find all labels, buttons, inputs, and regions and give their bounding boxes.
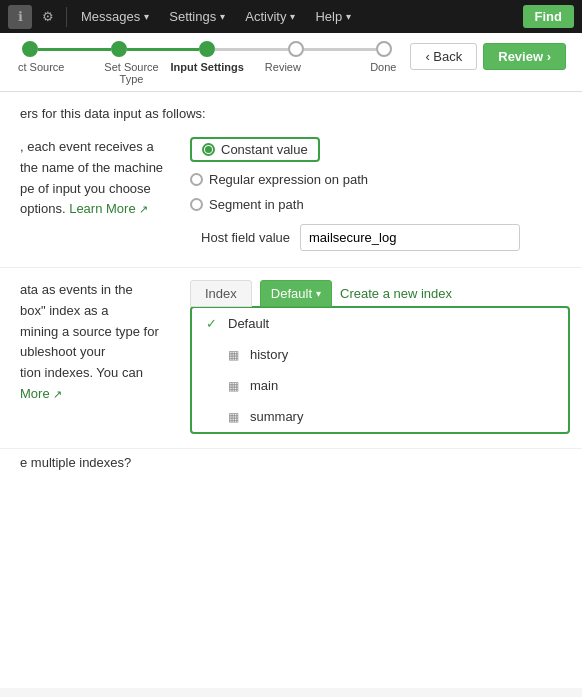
step-2-label: Set Source Type [94,61,170,85]
index-tab[interactable]: Index [190,280,252,307]
check-icon: ✓ [206,316,220,331]
index-section: ata as events in the box" index as a min… [0,268,582,448]
host-description: , each event receives a the name of the … [20,137,163,220]
index-dropdown: ✓ Default ✓ ▦ history ✓ ▦ main [190,306,570,434]
section-description: ers for this data input as follows: [0,92,582,129]
line-4 [304,48,377,51]
index-tabs-row: Index Default ▾ Create a new index [190,280,562,307]
wizard-steps: ct Source Set Source Type Input Settings… [16,41,398,85]
help-menu[interactable]: Help ▾ [307,5,359,28]
step-1-dot [22,41,38,57]
summary-item-label: summary [250,409,303,424]
wizard-actions: ‹ Back Review › [410,43,566,70]
activity-menu[interactable]: Activity ▾ [237,5,303,28]
step-5-label: Done [321,61,397,85]
bottom-section: e multiple indexes? [0,448,582,482]
radio-regex[interactable]: Regular expression on path [190,172,562,187]
index-description: ata as events in the box" index as a min… [20,280,159,405]
topnav: ℹ ⚙ Messages ▾ Settings ▾ Activity ▾ Hel… [0,0,582,33]
steps-row [16,41,398,57]
host-section: , each event receives a the name of the … [0,129,582,267]
constant-value-label: Constant value [221,142,308,157]
default-item-label: Default [228,316,269,331]
step-2-dot [111,41,127,57]
host-options: Constant value Regular expression on pat… [190,137,562,251]
radio-regex-circle [190,173,203,186]
find-button[interactable]: Find [523,5,574,28]
host-field-label: Host field value [190,230,290,245]
main-content: ers for this data input as follows: , ea… [0,92,582,688]
back-button[interactable]: ‹ Back [410,43,477,70]
config-icon[interactable]: ⚙ [36,5,60,29]
wizard-bar: ct Source Set Source Type Input Settings… [0,33,582,92]
step-1-label: ct Source [18,61,94,85]
section-desc-text: ers for this data input as follows: [20,106,206,121]
history-item-label: history [250,347,288,362]
step-3-label: Input Settings [169,61,245,85]
default-tab[interactable]: Default ▾ [260,280,332,307]
radio-constant-value-circle [202,143,215,156]
empty-check-2: ✓ [206,378,220,393]
dropdown-item-default[interactable]: ✓ Default [192,308,568,339]
messages-menu[interactable]: Messages ▾ [73,5,157,28]
segment-label: Segment in path [209,197,304,212]
radio-constant-value[interactable]: Constant value [190,137,562,162]
step-3-dot [199,41,215,57]
host-field-input[interactable] [300,224,520,251]
radio-segment-circle [190,198,203,211]
regex-label: Regular expression on path [209,172,368,187]
host-radio-group: Constant value Regular expression on pat… [190,137,562,212]
db-icon-summary: ▦ [228,410,242,424]
step-4-label: Review [245,61,321,85]
index-right: Index Default ▾ Create a new index ✓ Def… [190,280,562,434]
bottom-text: e multiple indexes? [20,455,131,470]
radio-segment[interactable]: Segment in path [190,197,562,212]
steps-labels: ct Source Set Source Type Input Settings… [16,61,398,85]
main-item-label: main [250,378,278,393]
dropdown-item-history[interactable]: ✓ ▦ history [192,339,568,370]
host-field-row: Host field value [190,224,562,251]
nav-separator [66,7,67,27]
learn-more-link[interactable]: Learn More ↗ [69,199,147,220]
db-icon-main: ▦ [228,379,242,393]
constant-value-box: Constant value [190,137,320,162]
line-3 [215,48,288,51]
review-button[interactable]: Review › [483,43,566,70]
create-index-link[interactable]: Create a new index [340,286,452,301]
dropdown-item-main[interactable]: ✓ ▦ main [192,370,568,401]
step-4-dot [288,41,304,57]
index-more-link[interactable]: More ↗ [20,384,62,405]
settings-menu[interactable]: Settings ▾ [161,5,233,28]
empty-check: ✓ [206,347,220,362]
info-icon[interactable]: ℹ [8,5,32,29]
empty-check-3: ✓ [206,409,220,424]
step-5-dot [376,41,392,57]
db-icon-history: ▦ [228,348,242,362]
line-2 [127,48,200,51]
dropdown-item-summary[interactable]: ✓ ▦ summary [192,401,568,432]
line-1 [38,48,111,51]
